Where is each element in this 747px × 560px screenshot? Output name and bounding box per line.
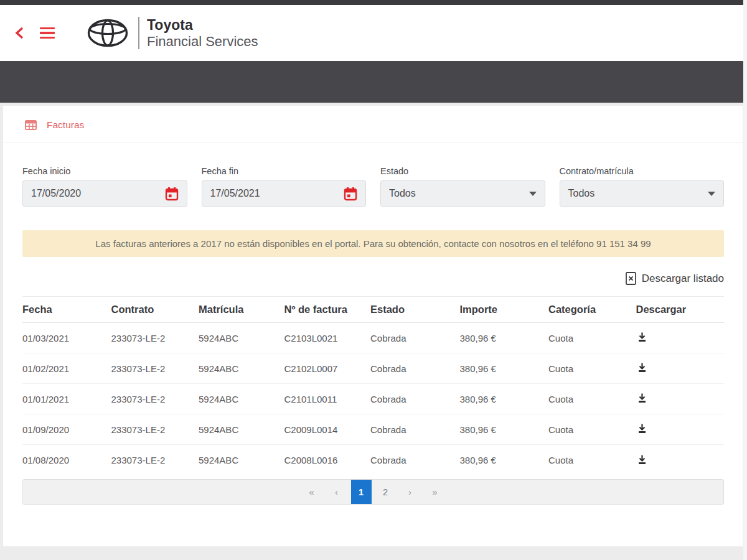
col-header-estado: Estado	[370, 304, 460, 315]
cell-factura: C2008L0016	[284, 455, 370, 465]
pagination-page-1[interactable]: 1	[351, 480, 372, 504]
cell-estado: Cobrada	[370, 363, 460, 374]
chevron-down-icon	[529, 192, 537, 196]
cell-matricula: 5924ABC	[199, 333, 284, 343]
fecha-fin-label: Fecha fin	[202, 166, 367, 176]
download-icon	[637, 423, 647, 434]
filter-estado: Estado Todos	[380, 166, 545, 207]
filter-fecha-inicio: Fecha inicio 17/05/2020	[22, 166, 187, 207]
pagination-first-button[interactable]: «	[301, 480, 322, 504]
back-chevron-icon	[14, 26, 26, 40]
cell-importe: 380,96 €	[459, 394, 548, 404]
fecha-fin-input[interactable]: 17/05/2021	[202, 180, 367, 207]
brand-text: Toyota Financial Services	[147, 17, 258, 49]
pagination-prev-button[interactable]: ‹	[326, 480, 347, 504]
cell-estado: Cobrada	[370, 424, 460, 435]
col-header-fecha: Fecha	[22, 304, 111, 315]
calendar-icon	[344, 187, 357, 201]
cell-descargar	[636, 422, 724, 437]
download-list-row: Descargar listado	[3, 257, 743, 291]
download-invoice-button[interactable]	[636, 330, 649, 345]
cell-importe: 380,96 €	[459, 424, 548, 435]
download-icon	[637, 332, 647, 342]
cell-categoria: Cuota	[548, 394, 636, 404]
window-right-strip	[743, 0, 747, 560]
cell-categoria: Cuota	[548, 333, 636, 343]
download-icon	[637, 454, 647, 465]
cell-matricula: 5924ABC	[199, 394, 284, 404]
download-invoice-button[interactable]	[636, 453, 649, 468]
brand-name: Toyota	[147, 17, 258, 33]
col-header-contrato: Contrato	[111, 304, 199, 315]
cell-contrato: 233073-LE-2	[111, 394, 199, 404]
download-invoice-button[interactable]	[636, 361, 649, 376]
cell-descargar	[636, 391, 724, 406]
table-header-row: Fecha Contrato Matrícula Nº de factura E…	[22, 296, 724, 323]
cell-contrato: 233073-LE-2	[111, 455, 199, 465]
hamburger-icon	[40, 27, 55, 30]
contrato-label: Contrato/matrícula	[560, 166, 725, 176]
fecha-inicio-label: Fecha inicio	[22, 166, 187, 176]
estado-label: Estado	[380, 166, 545, 176]
col-header-descargar: Descargar	[636, 304, 724, 315]
col-header-matricula: Matrícula	[199, 304, 284, 315]
cell-factura: C2009L0014	[284, 424, 370, 435]
cell-importe: 380,96 €	[459, 363, 548, 374]
download-list-link[interactable]: Descargar listado	[626, 272, 724, 285]
app-header: Toyota Financial Services	[0, 5, 743, 61]
brand-subtitle: Financial Services	[147, 34, 258, 49]
cell-factura: C2103L0021	[284, 333, 370, 343]
cell-categoria: Cuota	[548, 424, 636, 435]
download-invoice-button[interactable]	[636, 422, 649, 437]
cell-estado: Cobrada	[370, 333, 460, 343]
filter-fecha-fin: Fecha fin 17/05/2021	[202, 166, 367, 207]
invoices-table-icon	[25, 120, 37, 130]
download-invoice-button[interactable]	[636, 391, 649, 406]
cell-descargar	[636, 453, 724, 468]
cell-matricula: 5924ABC	[199, 363, 284, 374]
cell-fecha: 01/01/2021	[22, 394, 111, 404]
menu-button[interactable]	[36, 24, 59, 43]
pagination-next-button[interactable]: ›	[400, 480, 421, 504]
toyota-logo	[87, 19, 128, 47]
cell-categoria: Cuota	[548, 455, 636, 465]
pagination-page-2[interactable]: 2	[375, 480, 396, 504]
toyota-emblem-icon	[87, 19, 128, 47]
download-list-label: Descargar listado	[642, 273, 724, 285]
chevron-down-icon	[708, 192, 715, 196]
fecha-inicio-value: 17/05/2020	[31, 188, 165, 199]
fecha-inicio-input[interactable]: 17/05/2020	[22, 180, 187, 207]
pagination-last-button[interactable]: »	[425, 480, 446, 504]
col-header-categoria: Categoría	[548, 304, 636, 315]
table-row: 01/08/2020233073-LE-25924ABCC2008L0016Co…	[22, 445, 724, 475]
cell-fecha: 01/09/2020	[22, 424, 111, 435]
table-row: 01/03/2021233073-LE-25924ABCC2103L0021Co…	[22, 323, 724, 353]
cell-matricula: 5924ABC	[199, 424, 284, 435]
cell-fecha: 01/02/2021	[22, 363, 111, 374]
cell-contrato: 233073-LE-2	[111, 363, 199, 374]
cell-fecha: 01/03/2021	[22, 333, 111, 343]
cell-contrato: 233073-LE-2	[111, 424, 199, 435]
table-body: 01/03/2021233073-LE-25924ABCC2103L0021Co…	[22, 323, 724, 475]
cell-factura: C2101L0011	[284, 394, 370, 404]
cell-estado: Cobrada	[370, 455, 460, 465]
subheader-bar	[0, 61, 743, 103]
cell-matricula: 5924ABC	[199, 455, 284, 465]
content-card: Facturas Fecha inicio 17/05/2020 Fecha f…	[3, 106, 743, 546]
notice-banner: Las facturas anteriores a 2017 no están …	[22, 230, 724, 257]
contrato-select[interactable]: Todos	[560, 180, 725, 207]
cell-descargar	[636, 361, 724, 376]
back-button[interactable]	[10, 22, 30, 44]
cell-factura: C2102L0007	[284, 363, 370, 374]
estado-select[interactable]: Todos	[380, 180, 545, 207]
col-header-factura: Nº de factura	[284, 304, 370, 315]
contrato-value: Todos	[568, 188, 708, 199]
section-header: Facturas	[3, 106, 743, 142]
cell-categoria: Cuota	[548, 363, 636, 374]
cell-estado: Cobrada	[370, 394, 460, 404]
download-icon	[637, 362, 647, 373]
calendar-icon	[165, 187, 179, 201]
table-row: 01/09/2020233073-LE-25924ABCC2009L0014Co…	[22, 414, 724, 445]
cell-importe: 380,96 €	[459, 455, 548, 465]
brand-divider	[138, 17, 139, 49]
